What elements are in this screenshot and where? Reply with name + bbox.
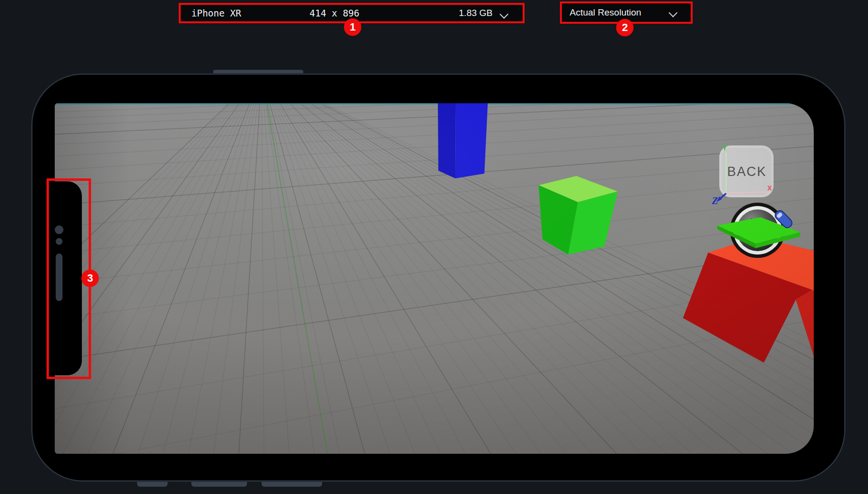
simulator-screen[interactable]: BACK Y X Z <box>55 103 814 454</box>
left-shade-overlay <box>55 103 814 454</box>
resolution-dropdown-label: Actual Resolution <box>570 7 641 18</box>
badge-number: 2 <box>622 21 628 34</box>
device-name: iPhone XR <box>191 8 241 18</box>
badge-number: 3 <box>87 272 93 285</box>
badge-number: 1 <box>350 21 356 33</box>
annotation-badge-1: 1 <box>344 18 361 36</box>
device-resolution: 414 x 896 <box>310 8 359 18</box>
chevron-down-icon[interactable] <box>668 8 677 17</box>
3d-scene: BACK Y X Z <box>55 103 814 454</box>
chevron-down-icon[interactable] <box>499 10 508 18</box>
device-memory: 1.83 GB <box>459 8 493 18</box>
annotation-badge-3: 3 <box>81 270 99 287</box>
annotation-badge-2: 2 <box>616 19 634 36</box>
simulator-window: iPhone XR 414 x 896 1.83 GB Actual Resol… <box>0 0 868 494</box>
